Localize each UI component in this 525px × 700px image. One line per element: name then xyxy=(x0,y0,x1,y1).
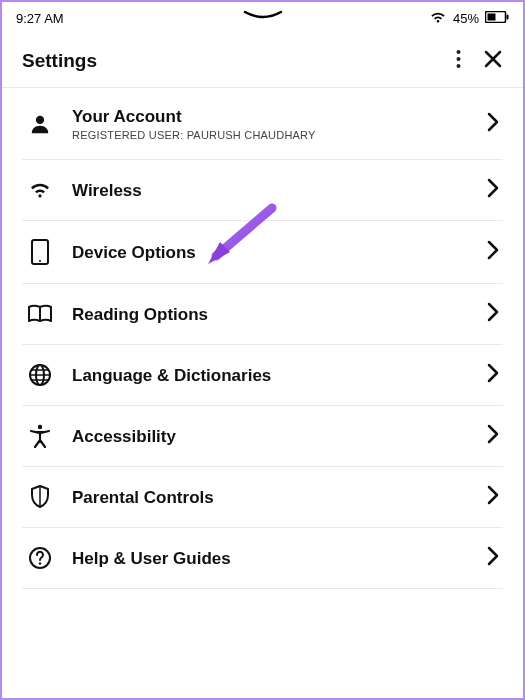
person-icon xyxy=(26,113,54,135)
chevron-right-icon xyxy=(487,424,499,448)
settings-item-your-account[interactable]: Your Account REGISTERED USER: PAURUSH CH… xyxy=(22,88,503,160)
chevron-right-icon xyxy=(487,112,499,136)
settings-item-language-dictionaries[interactable]: Language & Dictionaries xyxy=(22,345,503,406)
item-title: Your Account xyxy=(72,106,469,127)
item-title: Help & User Guides xyxy=(72,548,469,569)
chevron-right-icon xyxy=(487,178,499,202)
settings-item-device-options[interactable]: Device Options xyxy=(22,221,503,284)
notch-icon xyxy=(243,8,283,23)
svg-rect-1 xyxy=(488,14,496,21)
svg-point-12 xyxy=(38,425,42,429)
globe-icon xyxy=(26,363,54,387)
chevron-right-icon xyxy=(487,546,499,570)
help-icon xyxy=(26,546,54,570)
battery-pct: 45% xyxy=(453,11,479,26)
settings-item-accessibility[interactable]: Accessibility xyxy=(22,406,503,467)
page-title: Settings xyxy=(22,50,97,72)
battery-icon xyxy=(485,11,509,26)
chevron-right-icon xyxy=(487,240,499,264)
svg-point-9 xyxy=(39,260,41,262)
svg-rect-8 xyxy=(35,243,46,260)
svg-point-6 xyxy=(36,115,44,123)
page-header: Settings xyxy=(2,31,523,88)
status-time: 9:27 AM xyxy=(16,11,64,26)
chevron-right-icon xyxy=(487,485,499,509)
item-subtitle: REGISTERED USER: PAURUSH CHAUDHARY xyxy=(72,129,469,141)
settings-item-reading-options[interactable]: Reading Options xyxy=(22,284,503,345)
more-icon[interactable] xyxy=(456,49,461,73)
item-title: Language & Dictionaries xyxy=(72,365,469,386)
chevron-right-icon xyxy=(487,302,499,326)
svg-rect-2 xyxy=(507,15,509,20)
shield-icon xyxy=(26,485,54,509)
item-title: Wireless xyxy=(72,180,469,201)
settings-item-help-user-guides[interactable]: Help & User Guides xyxy=(22,528,503,589)
settings-item-wireless[interactable]: Wireless xyxy=(22,160,503,221)
settings-list: Your Account REGISTERED USER: PAURUSH CH… xyxy=(2,88,523,589)
accessibility-icon xyxy=(26,424,54,448)
svg-point-3 xyxy=(457,50,461,54)
close-icon[interactable] xyxy=(483,49,503,73)
wifi-icon xyxy=(429,10,447,27)
book-icon xyxy=(26,304,54,324)
status-bar: 9:27 AM 45% xyxy=(2,2,523,31)
settings-item-parental-controls[interactable]: Parental Controls xyxy=(22,467,503,528)
item-title: Reading Options xyxy=(72,304,469,325)
svg-point-4 xyxy=(457,57,461,61)
item-title: Accessibility xyxy=(72,426,469,447)
item-title: Device Options xyxy=(72,242,469,263)
svg-point-14 xyxy=(39,563,41,565)
item-title: Parental Controls xyxy=(72,487,469,508)
chevron-right-icon xyxy=(487,363,499,387)
device-icon xyxy=(26,239,54,265)
svg-point-5 xyxy=(457,64,461,68)
wifi-icon xyxy=(26,180,54,200)
